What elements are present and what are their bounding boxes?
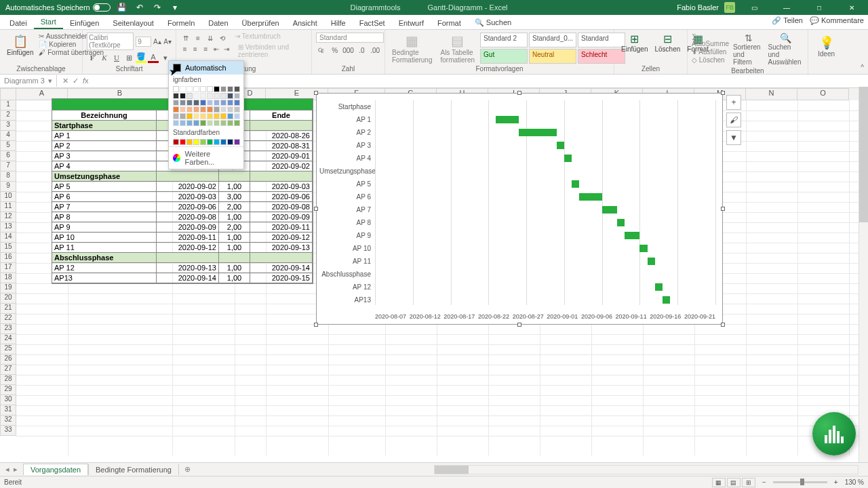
find-select-button[interactable]: 🔍Suchen und Auswählen <box>768 33 804 66</box>
row-header[interactable]: 14 <box>0 232 16 243</box>
col-header-bezeichnung[interactable]: Bezeichnung <box>52 110 157 121</box>
name-box[interactable]: Diagramm 3▾ <box>0 75 57 87</box>
collapse-ribbon-icon[interactable]: ^ <box>861 64 864 71</box>
color-swatch[interactable] <box>234 120 240 126</box>
gantt-bar[interactable] <box>519 129 557 136</box>
color-swatch[interactable] <box>200 113 206 119</box>
redo-icon[interactable]: ↷ <box>151 1 163 14</box>
color-swatch[interactable] <box>227 120 233 126</box>
table-row[interactable]: AP 62020-09-033,002020-09-06 <box>52 192 313 202</box>
color-swatch[interactable] <box>214 86 220 92</box>
table-row[interactable]: AP132020-09-141,002020-09-15 <box>52 273 313 283</box>
color-swatch[interactable] <box>214 100 220 106</box>
font-color-button[interactable]: A <box>148 52 159 63</box>
row-header[interactable]: 6 <box>0 151 16 161</box>
row-header[interactable]: 1 <box>0 100 16 110</box>
border-button[interactable]: ⊞ <box>123 52 134 63</box>
menu-factset[interactable]: FactSet <box>353 17 392 29</box>
color-swatch[interactable] <box>227 139 233 145</box>
clear-button[interactable]: ◇ Löschen <box>692 56 729 64</box>
menu-hilfe[interactable]: Hilfe <box>324 17 353 29</box>
color-swatch[interactable] <box>173 93 179 99</box>
align-right-icon[interactable]: ≡ <box>201 43 210 54</box>
gantt-chart[interactable]: + 🖌 ▼ StartphaseAP 1AP 2AP 3AP 4Umsetzun… <box>316 93 723 325</box>
percent-icon[interactable]: % <box>330 45 340 56</box>
gantt-bar[interactable] <box>625 232 639 239</box>
gantt-bar[interactable] <box>602 206 617 214</box>
autosum-button[interactable]: ∑ AutoSumme <box>692 33 729 47</box>
column-header[interactable]: N <box>746 88 797 100</box>
color-swatch[interactable] <box>234 113 240 119</box>
col-header-ende[interactable]: Ende <box>250 110 313 121</box>
menu-start[interactable]: Start <box>34 16 63 29</box>
autosave-toggle[interactable]: Automatisches Speichern <box>5 3 111 12</box>
color-swatch[interactable] <box>234 139 240 145</box>
color-swatch[interactable] <box>193 93 199 99</box>
color-swatch[interactable] <box>207 120 213 126</box>
color-swatch[interactable] <box>186 86 193 92</box>
row-header[interactable]: 22 <box>0 314 16 324</box>
color-swatch[interactable] <box>186 113 193 119</box>
color-swatch[interactable] <box>173 120 179 126</box>
align-middle-icon[interactable]: ≡ <box>193 33 203 43</box>
menu-daten[interactable]: Daten <box>201 17 235 29</box>
bold-button[interactable]: F <box>87 52 98 63</box>
row-header[interactable]: 24 <box>0 334 16 344</box>
undo-icon[interactable]: ↶ <box>134 1 146 14</box>
color-automatic[interactable]: Automatisch <box>169 61 243 75</box>
cancel-formula-icon[interactable]: ✕ <box>62 77 68 85</box>
color-swatch[interactable] <box>227 113 233 119</box>
sort-filter-button[interactable]: ⇅Sortieren und Filtern <box>733 33 764 66</box>
decrease-decimal-icon[interactable]: .00 <box>370 45 380 56</box>
color-swatch[interactable] <box>207 100 213 106</box>
zoom-slider[interactable] <box>773 481 827 483</box>
color-swatch[interactable] <box>180 86 186 92</box>
color-swatch[interactable] <box>207 139 213 145</box>
orientation-icon[interactable]: ⟲ <box>217 33 228 43</box>
color-swatch[interactable] <box>214 106 220 113</box>
fill-color-button[interactable]: 🪣 <box>136 52 146 63</box>
table-row[interactable]: AP 92020-09-092,002020-09-11 <box>52 222 313 232</box>
qat-customize-icon[interactable]: ▾ <box>169 1 181 14</box>
chart-filter-button[interactable]: ▼ <box>726 130 741 145</box>
menu-ansicht[interactable]: Ansicht <box>286 17 324 29</box>
color-swatch[interactable] <box>220 120 226 126</box>
enter-formula-icon[interactable]: ✓ <box>73 77 79 85</box>
cell-styles-gallery[interactable]: Standard 2 Standard_0... Standard Gut Ne… <box>480 33 625 64</box>
sheet-nav-next-icon[interactable]: ▸ <box>14 465 18 474</box>
format-as-table-button[interactable]: ▤Als Tabelle formatieren <box>437 33 477 64</box>
color-swatch[interactable] <box>173 86 179 92</box>
menu-format[interactable]: Format <box>431 17 468 29</box>
increase-decimal-icon[interactable]: .0 <box>357 45 368 56</box>
user-name[interactable]: Fabio Basler <box>677 3 719 12</box>
maximize-icon[interactable]: □ <box>806 0 833 15</box>
color-swatch[interactable] <box>180 139 186 145</box>
color-swatch[interactable] <box>186 139 193 145</box>
conditional-formatting-button[interactable]: ▦Bedingte Formatierung <box>389 33 435 64</box>
row-header[interactable]: 5 <box>0 141 16 151</box>
color-swatch[interactable] <box>173 139 179 145</box>
color-swatch[interactable] <box>186 93 193 99</box>
gantt-bar[interactable] <box>663 296 670 304</box>
gantt-bar[interactable] <box>639 245 647 252</box>
row-header[interactable]: 33 <box>0 426 16 436</box>
row-header[interactable]: 12 <box>0 212 16 222</box>
comma-icon[interactable]: 000 <box>343 45 354 56</box>
row-header[interactable]: 31 <box>0 405 16 415</box>
zoom-out-icon[interactable]: − <box>762 479 766 486</box>
row-header[interactable]: 11 <box>0 202 16 212</box>
italic-button[interactable]: K <box>99 52 110 63</box>
chart-styles-button[interactable]: 🖌 <box>726 113 741 127</box>
color-swatch[interactable] <box>200 100 206 106</box>
color-swatch[interactable] <box>193 139 199 145</box>
row-header[interactable]: 25 <box>0 344 16 354</box>
toggle-switch-icon[interactable] <box>93 3 111 12</box>
row-header[interactable]: 16 <box>0 253 16 263</box>
indent-decrease-icon[interactable]: ⇤ <box>212 43 220 54</box>
select-all-corner[interactable] <box>0 88 16 100</box>
menu-einfügen[interactable]: Einfügen <box>63 17 106 29</box>
row-header[interactable]: 27 <box>0 365 16 375</box>
color-swatch[interactable] <box>180 93 186 99</box>
row-header[interactable]: 19 <box>0 283 16 293</box>
color-swatch[interactable] <box>193 86 199 92</box>
